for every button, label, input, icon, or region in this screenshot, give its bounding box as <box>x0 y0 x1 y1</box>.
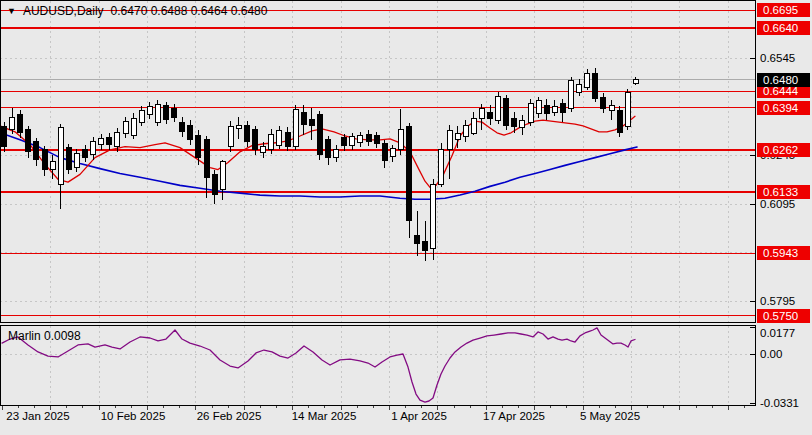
candle-bullish <box>536 100 541 113</box>
candle-bullish <box>463 126 468 137</box>
candle-bullish <box>585 74 590 88</box>
candle-bearish <box>309 119 314 125</box>
candle-bullish <box>91 142 96 155</box>
chart-header: ▼ AUDUSD,Daily 0.6470 0.6488 0.6464 0.64… <box>7 4 267 18</box>
date-label: 10 Feb 2025 <box>101 410 166 422</box>
candle-bullish <box>569 80 574 108</box>
candle-bullish <box>293 109 298 146</box>
candle-bullish <box>455 133 460 140</box>
candle-bullish <box>131 118 136 135</box>
candle-bullish <box>123 121 128 133</box>
candle-bullish <box>528 103 533 122</box>
candle-bearish <box>172 108 177 117</box>
date-label: 17 Apr 2025 <box>483 410 545 422</box>
candle-bullish <box>496 97 501 121</box>
candle-bearish <box>374 136 379 144</box>
level-price-label: 0.6695 <box>757 3 810 17</box>
candle-bearish <box>423 242 428 251</box>
candle-bearish <box>245 125 250 142</box>
candle-bearish <box>26 130 31 152</box>
candle-bullish <box>228 127 233 147</box>
candle-bullish <box>74 154 79 168</box>
candle-bearish <box>253 130 258 150</box>
candle-bullish <box>358 136 363 143</box>
candle-bullish <box>552 106 557 112</box>
level-price-label: 0.6640 <box>757 21 810 35</box>
candle-bullish <box>431 184 436 248</box>
candle-bullish <box>577 85 582 93</box>
candle-bullish <box>277 131 282 145</box>
level-price-label: 0.6133 <box>757 185 810 199</box>
level-price-label: 0.6394 <box>757 101 810 115</box>
symbol-marker-icon: ▼ <box>7 6 16 16</box>
current-price-label: 0.6480 <box>757 73 810 87</box>
candle-bullish <box>390 149 395 157</box>
candle-bullish <box>350 137 355 146</box>
candle-bearish <box>301 112 306 124</box>
candle-bullish <box>447 130 452 150</box>
candle-bullish <box>58 128 63 185</box>
candle-bearish <box>342 138 347 146</box>
candle-bearish <box>66 148 71 170</box>
chart-canvas[interactable] <box>0 0 812 435</box>
candle-bearish <box>83 150 88 158</box>
symbol-period-label: AUDUSD,Daily <box>23 4 104 18</box>
candle-bullish <box>609 105 614 110</box>
candle-bullish <box>50 162 55 170</box>
date-label: 5 May 2025 <box>580 410 640 422</box>
candle-bearish <box>42 150 47 170</box>
candle-bearish <box>560 103 565 112</box>
candle-bullish <box>147 106 152 115</box>
candle-bullish <box>520 120 525 128</box>
candle-bullish <box>155 104 160 122</box>
candle-bullish <box>115 132 120 147</box>
axis-price-label: 0.6545 <box>760 52 795 65</box>
candle-bearish <box>107 138 112 145</box>
candle-bearish <box>326 140 331 158</box>
date-label: 26 Feb 2025 <box>197 410 262 422</box>
candle-bullish <box>633 80 638 83</box>
candle-bearish <box>382 144 387 161</box>
level-price-label: 0.5750 <box>757 309 810 323</box>
indicator-scale-label: 0.00 <box>760 348 782 361</box>
candle-bearish <box>407 127 412 221</box>
candle-bullish <box>479 108 484 118</box>
date-label: 1 Apr 2025 <box>391 410 447 422</box>
candle-bearish <box>512 118 517 127</box>
candle-bullish <box>220 162 225 190</box>
date-label: 14 Mar 2025 <box>292 410 357 422</box>
candle-bearish <box>180 122 185 132</box>
candle-bearish <box>593 74 598 99</box>
candle-bearish <box>601 97 606 108</box>
candle-bearish <box>204 140 209 177</box>
candle-bullish <box>625 92 630 127</box>
candle-bearish <box>18 114 23 133</box>
candle-bearish <box>317 115 322 155</box>
candle-bearish <box>34 142 39 160</box>
candle-bearish <box>285 132 290 147</box>
level-price-label: 0.6262 <box>757 143 810 157</box>
candle-bullish <box>10 118 15 130</box>
candle-bullish <box>261 147 266 153</box>
date-label: 23 Jan 2025 <box>6 410 69 422</box>
candle-bearish <box>617 110 622 133</box>
axis-price-label: 0.6095 <box>760 198 795 211</box>
candle-bearish <box>188 125 193 140</box>
candle-bearish <box>366 134 371 142</box>
candle-bullish <box>236 126 241 129</box>
candle-bearish <box>196 135 201 158</box>
candle-bullish <box>398 130 403 150</box>
indicator-value: 0.0098 <box>44 329 81 343</box>
chart-window: ▼ AUDUSD,Daily 0.6470 0.6488 0.6464 0.64… <box>0 0 812 435</box>
candle-bearish <box>212 174 217 194</box>
candle-bullish <box>99 139 104 145</box>
candle-bullish <box>139 110 144 122</box>
candle-bearish <box>544 105 549 113</box>
level-price-label: 0.5943 <box>757 246 810 260</box>
indicator-name: Marlin <box>8 329 41 343</box>
candle-bearish <box>415 236 420 244</box>
indicator-scale-label: 0.0177 <box>760 327 795 340</box>
candle-bullish <box>269 134 274 150</box>
indicator-label: Marlin 0.0098 <box>8 329 81 343</box>
indicator-scale-label: -0.0331 <box>760 397 799 410</box>
